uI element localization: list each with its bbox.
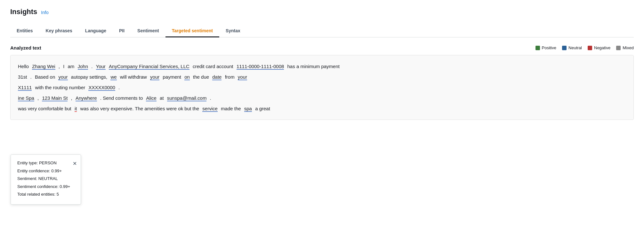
word-credit-card: credit card account [193, 64, 233, 69]
tooltip-total-related: Total related entities: 5 [17, 191, 74, 198]
tabs-bar: Entities Key phrases Language PII Sentim… [10, 25, 634, 37]
entity-service[interactable]: service [202, 106, 218, 112]
entity-routing-number[interactable]: XXXXX0000 [88, 85, 115, 91]
legend: Positive Neutral Negative Mixed [535, 45, 634, 50]
entity-alice[interactable]: Alice [146, 95, 157, 101]
word-was-expensive: was also very expensive. The amenities w… [80, 106, 199, 111]
word-routing: with the routing number [35, 85, 85, 90]
page-header: Insights Info [10, 8, 634, 16]
word-was-comfortable: was very comfortable but [18, 106, 71, 111]
word-payment-on: payment [163, 74, 181, 80]
legend-neutral: Neutral [562, 45, 582, 50]
entity-123-main[interactable]: 123 Main St [42, 95, 68, 101]
word-send-comments: . Send comments to [100, 95, 143, 101]
positive-label: Positive [542, 45, 557, 50]
entity-we[interactable]: we [110, 74, 117, 80]
entity-your1[interactable]: Your [96, 64, 106, 70]
text-line-1: Hello Zhang Wei , I am John . Your AnyCo… [17, 64, 341, 69]
tab-pii[interactable]: PII [113, 25, 131, 37]
word-hello: Hello [18, 64, 29, 69]
page-title: Insights [10, 8, 37, 16]
mixed-label: Mixed [623, 45, 634, 50]
info-link[interactable]: Info [41, 10, 48, 15]
word-period3: . [118, 85, 120, 90]
word-period2: . [30, 74, 32, 80]
entity-ine-spa[interactable]: ine Spa [18, 95, 34, 101]
analyzed-text-header: Analyzed text Positive Neutral Negative … [10, 45, 634, 51]
positive-dot [535, 46, 540, 50]
text-line-3: X1111 with the routing number XXXXX0000 … [17, 85, 121, 90]
word-from: from [225, 74, 235, 80]
legend-positive: Positive [535, 45, 557, 50]
word-period1: . [91, 64, 93, 69]
tab-targeted-sentiment[interactable]: Targeted sentiment [165, 25, 219, 37]
word-autopay: autopay settings, [71, 74, 107, 80]
word-based: Based on [35, 74, 55, 80]
word-a-great: a great [255, 106, 270, 111]
entity-spa[interactable]: spa [244, 106, 252, 112]
tooltip-entity-type: Entity type: PERSON [17, 160, 74, 166]
entity-account-number[interactable]: 1111-0000-1111-0008 [237, 64, 284, 70]
word-will-withdraw: will withdraw [120, 74, 147, 80]
entity-tooltip: ✕ Entity type: PERSON Entity confidence:… [11, 154, 81, 205]
entity-it[interactable]: it [75, 106, 77, 112]
tooltip-sentiment: Sentiment: NEUTRAL [17, 176, 74, 182]
tab-language[interactable]: Language [79, 25, 113, 37]
tab-syntax[interactable]: Syntax [219, 25, 247, 37]
word-comma2: , [37, 95, 39, 101]
analyzed-text-label: Analyzed text [10, 45, 41, 51]
entity-anycompany[interactable]: AnyCompany Financial Services, LLC [109, 64, 189, 70]
negative-label: Negative [594, 45, 610, 50]
entity-john[interactable]: John [78, 64, 88, 70]
entity-your2[interactable]: your [58, 74, 68, 80]
page-container: Insights Info Entities Key phrases Langu… [0, 0, 644, 250]
entity-on[interactable]: on [184, 74, 190, 80]
tooltip-close-button[interactable]: ✕ [73, 158, 77, 169]
word-i: I [63, 64, 64, 69]
word-am: am [68, 64, 74, 69]
tab-entities[interactable]: Entities [10, 25, 39, 37]
analyzed-text-section: Analyzed text Positive Neutral Negative … [10, 45, 634, 120]
entity-your4[interactable]: your [238, 74, 247, 80]
word-comma1: , [59, 64, 60, 69]
entity-anywhere[interactable]: Anywhere [76, 95, 97, 101]
word-has-minimum: has a minimum payment [287, 64, 340, 69]
word-31st: 31st [18, 74, 27, 80]
neutral-label: Neutral [568, 45, 582, 50]
analyzed-text-box: Hello Zhang Wei , I am John . Your AnyCo… [10, 55, 634, 120]
legend-mixed: Mixed [616, 45, 634, 50]
word-comma3: , [71, 95, 72, 101]
entity-x1111[interactable]: X1111 [18, 85, 32, 91]
legend-negative: Negative [588, 45, 610, 50]
entity-date[interactable]: date [212, 74, 221, 80]
neutral-dot [562, 46, 567, 50]
text-line-4: ine Spa , 123 Main St , Anywhere . Send … [17, 95, 212, 101]
word-the-due: the due [193, 74, 209, 80]
text-line-2: 31st . Based on your autopay settings, w… [17, 74, 248, 80]
tooltip-sentiment-confidence: Sentiment confidence: 0.99+ [17, 184, 74, 190]
word-made-the: made the [221, 106, 241, 111]
word-period4: . [210, 95, 211, 101]
mixed-dot [616, 46, 621, 50]
entity-email[interactable]: sunspa@mail.com [167, 95, 207, 101]
tab-sentiment[interactable]: Sentiment [131, 25, 165, 37]
entity-your3[interactable]: your [150, 74, 159, 80]
word-at: at [160, 95, 164, 101]
negative-dot [588, 46, 592, 50]
tab-key-phrases[interactable]: Key phrases [39, 25, 79, 37]
tooltip-entity-confidence: Entity confidence: 0.99+ [17, 168, 74, 174]
entity-zhang-wei[interactable]: Zhang Wei [32, 64, 55, 70]
text-line-5: was very comfortable but it was also ver… [17, 106, 271, 111]
